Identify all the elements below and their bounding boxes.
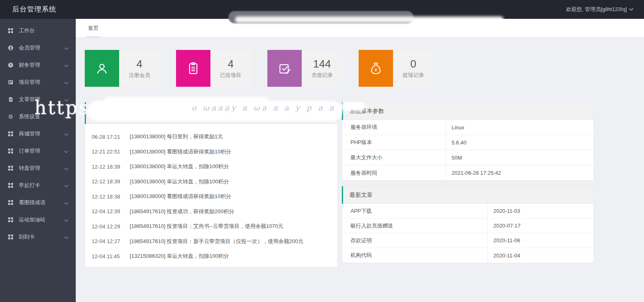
sidebar-item-label: 刮刮卡	[19, 233, 64, 241]
sidebar-item-label: 系统设置	[19, 113, 64, 120]
sidebar-item-checkin[interactable]: 早起打卡	[0, 177, 76, 194]
stat-value: 0	[410, 58, 416, 70]
user-icon	[95, 61, 109, 76]
stat-value: 144	[313, 58, 331, 70]
param-value: Linux	[445, 120, 594, 135]
sidebar-item-settings[interactable]: ⚙ 系统设置	[0, 108, 76, 125]
article-row[interactable]: APP下载 2020-11-03	[342, 204, 594, 219]
stat-icon-block	[85, 50, 119, 87]
sidebar-item-label: 会员管理	[19, 44, 64, 52]
log-time: 12-04 11:45	[92, 253, 124, 259]
sidebar-item-label: 早起打卡	[19, 182, 64, 189]
log-text: [13800138000] 看图猜成语获得奖励10积分	[130, 148, 231, 156]
chevron-down-icon	[64, 234, 68, 240]
stat-label: 已投项目	[220, 72, 242, 79]
log-text: [13215086320] 幸运大转盘，扣除100积分	[130, 252, 229, 260]
stat-info: 144 充值记录	[302, 50, 342, 87]
stat-card-recharge-records[interactable]: 144 充值记录	[267, 50, 342, 87]
article-row[interactable]: 存款证明 2020-11-06	[342, 233, 594, 248]
article-date: 2020-07-17	[487, 219, 594, 233]
clipboard-icon	[186, 61, 201, 76]
sidebar-item-mall[interactable]: 商城管理	[0, 125, 76, 142]
stat-icon-block: ¥	[359, 50, 393, 87]
chevron-down-icon	[629, 8, 633, 11]
brand-title: 后台管理系统	[12, 0, 56, 19]
chevron-down-icon	[64, 114, 68, 120]
sidebar-item-workbench[interactable]: 工作台	[0, 22, 76, 39]
sidebar-item-idiom-game[interactable]: 看图猜成语	[0, 194, 76, 211]
chevron-down-icon	[64, 97, 68, 103]
stat-label: 提现记录	[403, 72, 424, 79]
sidebar-item-members[interactable]: 会员管理	[0, 39, 76, 56]
log-text: [13800138000] 幸运大转盘，扣除100积分	[130, 163, 229, 170]
sidebar-item-label: 工作台	[19, 27, 68, 34]
article-date: 2020-11-06	[487, 233, 594, 248]
stat-label: 充值记录	[312, 72, 333, 79]
article-row[interactable]: 银行入款充值赠送 2020-07-17	[342, 219, 594, 233]
sidebar-item-label: 文章管理	[19, 96, 64, 103]
member-circle-icon	[7, 45, 14, 50]
grid-icon	[7, 28, 14, 33]
log-row: 12-04 12:27 [18654917610] 投资项目：新手云带货项目（仅…	[92, 234, 337, 249]
admin-dashboard-page: 后台管理系统 欢迎您, 管理员[gllht123!q] 工作台 会员管理 财务管…	[0, 0, 644, 302]
log-text: [13800138000] 幸运大转盘，扣除100积分	[130, 178, 229, 185]
panel-title: 系统基本参数	[350, 108, 384, 115]
log-time: 12-04 12:29	[92, 223, 124, 230]
table-row: 服务器环境 Linux	[342, 120, 594, 135]
grid-icon	[7, 183, 14, 188]
log-time: 12-21 22:51	[92, 149, 124, 155]
sidebar-item-label: 看图猜成语	[19, 199, 64, 206]
chevron-down-icon	[64, 165, 68, 171]
sidebar-item-label: 订单管理	[19, 147, 64, 155]
money-bag-icon: ¥	[368, 61, 383, 76]
sidebar-item-sports[interactable]: 运动加油站	[0, 211, 76, 228]
log-time: 12-12 18:39	[92, 178, 124, 185]
log-time: 12-12 18:39	[92, 164, 124, 170]
finance-circle-icon	[7, 63, 14, 68]
log-time: 12-04 12:39	[92, 208, 124, 214]
chevron-down-icon	[64, 45, 68, 51]
sidebar-item-orders[interactable]: 订单管理	[0, 142, 76, 160]
article-title[interactable]: 银行入款充值赠送	[342, 219, 487, 233]
tab-home[interactable]: 首页	[86, 19, 100, 37]
accent-bar	[342, 102, 343, 120]
article-title[interactable]: 机构代码	[342, 248, 487, 263]
sidebar-item-articles[interactable]: 文章管理	[0, 91, 76, 108]
log-list: 06-28 17:21 [13800138000] 每日签到，获得奖励1元 12…	[85, 124, 337, 264]
system-params-panel: 系统基本参数 服务器环境 Linux PHP版本 5.6.40 最大文件大小 5…	[342, 102, 594, 181]
param-label: 最大文件大小	[342, 150, 445, 165]
right-column: 系统基本参数 服务器环境 Linux PHP版本 5.6.40 最大文件大小 5…	[342, 102, 594, 263]
table-row: 服务器时间 2021-06-28 17:25:42	[342, 165, 594, 180]
main-content: 首页 4 注册会员	[76, 19, 644, 302]
sidebar-item-finance[interactable]: 财务管理	[0, 56, 76, 74]
article-title[interactable]: APP下载	[342, 204, 487, 218]
svg-text:¥: ¥	[374, 68, 377, 73]
user-menu[interactable]: 欢迎您, 管理员[gllht123!q]	[566, 0, 633, 19]
grid-icon	[7, 131, 14, 136]
accent-bar	[342, 186, 343, 204]
article-title[interactable]: 存款证明	[342, 233, 487, 248]
sidebar-item-label: 转盘管理	[19, 165, 64, 172]
stat-label: 注册会员	[129, 72, 150, 79]
article-date: 2020-11-04	[487, 248, 594, 263]
stat-card-members[interactable]: 4 注册会员	[85, 50, 160, 87]
chevron-down-icon	[64, 62, 68, 68]
stat-info: 4 已投项目	[210, 50, 251, 87]
stat-card-invested-projects[interactable]: 4 已投项目	[176, 50, 251, 87]
gear-icon: ⚙	[7, 114, 14, 119]
sidebar-item-scratch-card[interactable]: 刮刮卡	[0, 228, 76, 246]
sidebar-item-label: 商城管理	[19, 130, 64, 137]
log-text: [13800138000] 看图猜成语获得奖励10积分	[130, 193, 231, 200]
stat-value: 4	[228, 58, 233, 70]
sidebar-item-wheel[interactable]: 转盘管理	[0, 160, 76, 177]
sidebar-item-label: 运动加油站	[19, 216, 64, 223]
grid-icon	[7, 217, 14, 222]
chevron-down-icon	[64, 131, 68, 137]
log-text: [13800138000] 每日签到，获得奖励1元	[130, 133, 223, 140]
article-row[interactable]: 机构代码 2020-11-04	[342, 248, 594, 263]
accent-bar	[85, 102, 86, 124]
stat-card-withdraw-records[interactable]: ¥ 0 提现记录	[359, 50, 434, 87]
stat-icon-block	[267, 50, 302, 87]
sidebar-item-projects[interactable]: 项目管理	[0, 74, 76, 91]
chevron-down-icon	[64, 148, 68, 154]
